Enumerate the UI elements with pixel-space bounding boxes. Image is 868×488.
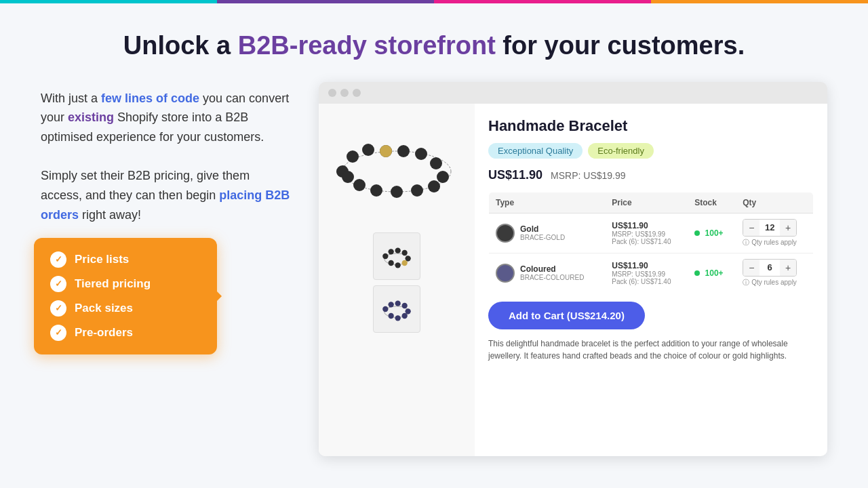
svg-point-13 bbox=[353, 179, 366, 191]
product-main-image bbox=[329, 124, 465, 212]
browser-dot-3 bbox=[353, 89, 361, 97]
browser-dot-1 bbox=[328, 89, 336, 97]
thumbnail-strip bbox=[373, 232, 420, 333]
svg-point-14 bbox=[342, 171, 354, 183]
badge-container: Exceptional Quality Eco-friendly bbox=[488, 143, 814, 159]
check-icon bbox=[50, 251, 66, 268]
feature-box: Price lists Tiered pricing Pack sizes Pr… bbox=[34, 238, 217, 354]
top-bar-orange bbox=[651, 0, 868, 3]
main-content: With just a few lines of code you can co… bbox=[0, 82, 868, 485]
svg-point-26 bbox=[382, 306, 388, 311]
svg-point-19 bbox=[395, 247, 401, 253]
col-header-type: Type bbox=[489, 192, 606, 213]
svg-point-31 bbox=[402, 312, 408, 318]
badge-eco-friendly: Eco-friendly bbox=[588, 143, 654, 159]
description-para-1: With just a few lines of code you can co… bbox=[41, 89, 292, 147]
browser-body: Handmade Bracelet Exceptional Quality Ec… bbox=[319, 104, 827, 456]
browser-mockup: Handmade Bracelet Exceptional Quality Ec… bbox=[319, 82, 827, 456]
feature-item-price-lists: Price lists bbox=[50, 251, 201, 268]
svg-point-27 bbox=[389, 302, 394, 307]
svg-point-30 bbox=[406, 308, 411, 314]
col-header-stock: Stock bbox=[688, 192, 736, 213]
feature-label: Price lists bbox=[75, 253, 129, 266]
qty-rules-gold: ⓘ Qty rules apply bbox=[743, 238, 806, 247]
svg-point-12 bbox=[370, 184, 382, 197]
qty-increment-gold[interactable]: + bbox=[780, 220, 796, 236]
pricing-row: US$11.90 MSRP: US$19.99 bbox=[488, 168, 814, 182]
svg-point-21 bbox=[406, 256, 411, 261]
description-para-2: Simply set their B2B pricing, give them … bbox=[41, 166, 292, 224]
svg-point-10 bbox=[411, 184, 423, 197]
qty-decrement-gold[interactable]: − bbox=[743, 220, 760, 236]
browser-dot-2 bbox=[340, 89, 349, 97]
svg-point-15 bbox=[380, 145, 392, 157]
quantity-stepper-gold[interactable]: − 12 + bbox=[743, 219, 797, 237]
add-to-cart-button[interactable]: Add to Cart (US$214.20) bbox=[488, 302, 645, 329]
svg-point-32 bbox=[395, 315, 401, 321]
feature-item-pack-sizes: Pack sizes bbox=[50, 300, 201, 317]
check-icon bbox=[50, 276, 66, 292]
variant-price-gold: US$11.90 MSRP: US$19.99 Pack (6): US$71.… bbox=[605, 213, 688, 253]
thumbnail-1[interactable] bbox=[373, 232, 420, 280]
variant-price-coloured: US$11.90 MSRP: US$19.99 Pack (6): US$71.… bbox=[605, 253, 688, 293]
qty-value-gold: 12 bbox=[760, 220, 780, 235]
thumbnail-2[interactable] bbox=[373, 285, 420, 333]
product-image-area bbox=[319, 104, 475, 456]
svg-point-24 bbox=[389, 260, 394, 265]
variant-qty-gold: − 12 + ⓘ Qty rules apply bbox=[736, 213, 813, 253]
svg-point-18 bbox=[389, 249, 394, 254]
product-price: US$11.90 bbox=[488, 168, 542, 182]
quantity-stepper-coloured[interactable]: − 6 + bbox=[743, 259, 797, 277]
qty-value-coloured: 6 bbox=[760, 260, 780, 275]
svg-point-3 bbox=[362, 144, 374, 156]
variant-qty-coloured: − 6 + ⓘ Qty rules apply bbox=[736, 253, 813, 293]
variant-type-coloured: Coloured BRACE-COLOURED bbox=[489, 253, 606, 293]
qty-rules-coloured: ⓘ Qty rules apply bbox=[743, 278, 806, 287]
svg-point-9 bbox=[428, 180, 440, 192]
feature-label: Pre-orders bbox=[75, 326, 133, 340]
variant-type-gold: Gold BRACE-GOLD bbox=[489, 213, 606, 253]
svg-point-33 bbox=[389, 312, 394, 318]
top-bar-cyan bbox=[0, 0, 217, 3]
feature-label: Pack sizes bbox=[75, 302, 133, 315]
svg-point-20 bbox=[402, 249, 408, 255]
svg-point-11 bbox=[391, 186, 403, 198]
browser-window: Handmade Bracelet Exceptional Quality Ec… bbox=[319, 82, 827, 456]
product-table: Type Price Stock Qty bbox=[488, 192, 814, 293]
left-column: With just a few lines of code you can co… bbox=[41, 82, 292, 225]
svg-point-5 bbox=[397, 145, 410, 157]
table-row: Coloured BRACE-COLOURED US$11.90 MSRP: U… bbox=[489, 253, 814, 293]
check-icon bbox=[50, 325, 66, 341]
top-bar-pink bbox=[434, 0, 651, 3]
variant-stock-coloured: 100+ bbox=[688, 253, 736, 293]
page-title: Unlock a B2B-ready storefront for your c… bbox=[14, 30, 854, 62]
feature-item-pre-orders: Pre-orders bbox=[50, 325, 201, 341]
product-msrp: MSRP: US$19.99 bbox=[551, 170, 626, 181]
svg-point-22 bbox=[402, 260, 408, 265]
variant-stock-gold: 100+ bbox=[688, 213, 736, 253]
variant-image-gold bbox=[496, 224, 515, 243]
col-header-qty: Qty bbox=[736, 192, 813, 213]
qty-decrement-coloured[interactable]: − bbox=[743, 260, 760, 276]
product-title: Handmade Bracelet bbox=[488, 117, 814, 135]
stock-dot bbox=[694, 230, 700, 236]
top-color-bar bbox=[0, 0, 868, 3]
svg-point-17 bbox=[382, 253, 388, 258]
svg-point-6 bbox=[415, 148, 427, 160]
col-header-price: Price bbox=[605, 192, 688, 213]
page-header: Unlock a B2B-ready storefront for your c… bbox=[0, 3, 868, 82]
feature-item-tiered-pricing: Tiered pricing bbox=[50, 276, 201, 292]
variant-image-coloured bbox=[496, 264, 515, 283]
browser-header bbox=[319, 82, 827, 104]
svg-point-29 bbox=[402, 302, 408, 308]
qty-increment-coloured[interactable]: + bbox=[780, 260, 796, 276]
svg-point-2 bbox=[347, 150, 359, 163]
svg-point-28 bbox=[395, 300, 401, 306]
product-details: Handmade Bracelet Exceptional Quality Ec… bbox=[475, 104, 827, 456]
badge-exceptional-quality: Exceptional Quality bbox=[488, 143, 583, 159]
svg-point-7 bbox=[430, 157, 442, 169]
stock-dot bbox=[694, 270, 700, 276]
check-icon bbox=[50, 300, 66, 317]
top-bar-purple bbox=[217, 0, 434, 3]
feature-label: Tiered pricing bbox=[75, 277, 151, 291]
